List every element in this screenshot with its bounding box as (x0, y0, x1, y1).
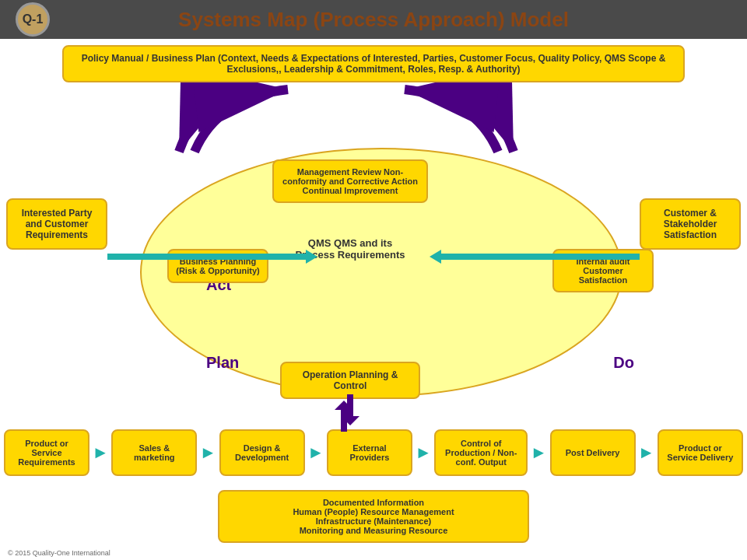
arrow-4: ► (415, 443, 432, 463)
arrow-3: ► (307, 443, 324, 463)
arrow-1: ► (92, 443, 109, 463)
teal-arrow-left (107, 250, 317, 264)
process-box-sales: Sales & marketing (111, 429, 197, 476)
process-flow-row: Product or Service Requirements ► Sales … (4, 429, 743, 476)
process-box-product-del: Product or Service Delivery (658, 429, 743, 476)
header-bar: Q-1 Systems Map (Process Approach) Model (0, 0, 747, 39)
svg-marker-4 (306, 250, 317, 264)
svg-rect-9 (341, 408, 347, 432)
main-title: Systems Map (Process Approach) Model (50, 8, 731, 32)
customer-stakeholder-box: Customer & Stakeholder Satisfaction (640, 198, 741, 250)
process-box-product-req: Product or Service Requirements (4, 429, 89, 476)
support-line-3: Infrastructure (Maintenance) (229, 516, 518, 526)
purple-arrows-svg (156, 82, 545, 167)
support-line-1: Documented Information (229, 498, 518, 507)
support-line-2: Human (People) Resource Management (229, 507, 518, 516)
bottom-support-box: Documented Information Human (People) Re… (218, 490, 529, 543)
arrow-6: ► (638, 443, 655, 463)
label-do: Do (613, 354, 634, 372)
svg-marker-10 (335, 401, 353, 410)
operation-planning-box: Operation Planning & Control (280, 362, 420, 399)
arrow-5: ► (531, 443, 548, 463)
svg-rect-5 (437, 254, 640, 260)
content-area: Policy Manual / Business Plan (Context, … (0, 39, 747, 560)
arrow-2: ► (200, 443, 217, 463)
svg-rect-3 (107, 254, 310, 260)
process-box-external: External Providers (327, 429, 412, 476)
support-line-4: Monitoring and Measuring Resource (229, 526, 518, 535)
interested-party-box: Interested Party and Customer Requiremen… (6, 198, 107, 250)
top-banner: Policy Manual / Business Plan (Context, … (62, 45, 685, 82)
logo: Q-1 (16, 2, 50, 37)
process-box-design: Design & Development (219, 429, 305, 476)
svg-marker-6 (430, 250, 441, 264)
label-plan: Plan (206, 354, 239, 372)
up-arrow-external (335, 401, 353, 432)
copyright-text: © 2015 Quality-One International (8, 549, 110, 557)
teal-arrow-right (430, 250, 640, 264)
management-review-box: Management Review Non-conformity and Cor… (272, 159, 428, 203)
process-box-control: Control of Production / Non-conf. Output (434, 429, 528, 476)
process-box-post: Post Delivery (550, 429, 636, 476)
